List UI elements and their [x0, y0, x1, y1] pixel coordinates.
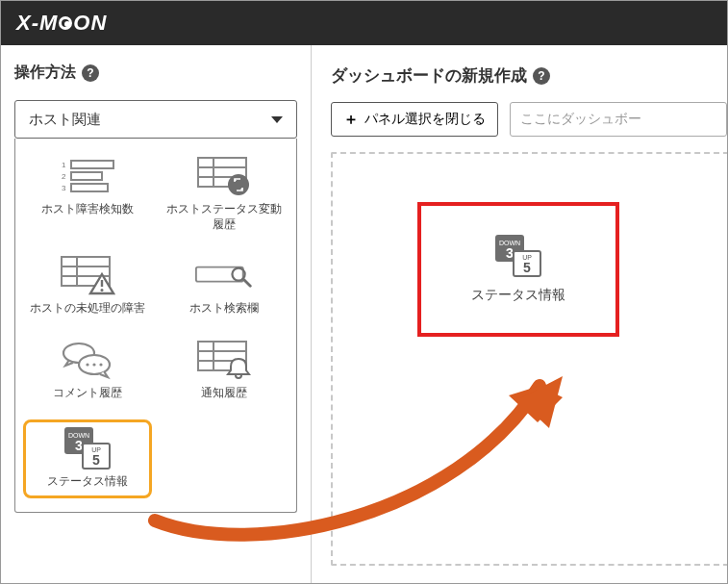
page-title: ダッシュボードの新規作成 ? [331, 64, 727, 87]
widget-label: ホストの未処理の障害 [30, 301, 145, 317]
widget-host-fault-count[interactable]: 1 2 3 ホスト障害検知数 [23, 152, 152, 236]
widget-host-unhandled[interactable]: ホストの未処理の障害 [23, 251, 152, 320]
svg-point-24 [99, 363, 102, 366]
table-swap-icon [194, 156, 254, 198]
widget-host-search[interactable]: ホスト検索欄 [160, 251, 289, 320]
widget-label: 通知履歴 [201, 386, 247, 401]
svg-text:3: 3 [62, 184, 66, 192]
svg-rect-5 [71, 184, 108, 191]
svg-point-22 [86, 363, 88, 366]
placeholder-text: ここにダッシュボー [520, 111, 641, 128]
svg-text:2: 2 [62, 172, 66, 181]
plus-icon: ＋ [343, 110, 359, 130]
widget-label: ステータス情報 [47, 474, 128, 490]
svg-text:1: 1 [62, 161, 66, 169]
widget-host-status-history[interactable]: ホストステータス変動履歴 [160, 152, 289, 236]
widget-label: ホスト検索欄 [189, 301, 259, 317]
svg-rect-3 [71, 161, 113, 168]
brand-logo: X-MON [16, 11, 107, 36]
status-cards-icon: DOWN3 UP5 [58, 428, 117, 470]
bars-numbered-icon: 1 2 3 [58, 156, 117, 198]
svg-line-19 [243, 279, 251, 287]
topbar: X-MON [1, 1, 727, 45]
help-icon[interactable]: ? [533, 67, 550, 85]
chevron-down-icon [271, 116, 283, 123]
sidebar-title: 操作方法 ? [14, 63, 297, 83]
widget-label: コメント履歴 [53, 386, 122, 401]
widget-label: ホストステータス変動履歴 [163, 202, 285, 232]
dropdown-label: ホスト関連 [29, 111, 101, 129]
dropped-widget-status-info[interactable]: DOWN3 UP5 ステータス情報 [417, 202, 619, 337]
svg-rect-4 [71, 172, 102, 180]
table-warning-icon [58, 255, 117, 297]
dashboard-name-input[interactable]: ここにダッシュボー [510, 102, 727, 137]
help-icon[interactable]: ? [82, 64, 99, 82]
category-dropdown[interactable]: ホスト関連 [14, 100, 297, 139]
svg-point-23 [92, 363, 95, 366]
widget-notify-history[interactable]: 通知履歴 [160, 336, 289, 405]
button-label: パネル選択を閉じる [364, 111, 486, 128]
svg-point-10 [228, 174, 249, 195]
widget-comment-history[interactable]: コメント履歴 [23, 336, 152, 405]
search-field-icon [194, 255, 254, 297]
widget-status-info[interactable]: DOWN3 UP5 ステータス情報 [23, 419, 152, 498]
dashboard-drop-area[interactable]: DOWN3 UP5 ステータス情報 [331, 152, 728, 566]
dropped-widget-label: ステータス情報 [471, 287, 565, 304]
close-panel-button[interactable]: ＋ パネル選択を閉じる [331, 102, 498, 137]
svg-point-16 [101, 289, 104, 292]
widget-label: ホスト障害検知数 [41, 202, 134, 217]
table-bell-icon [194, 340, 254, 382]
sidebar: 操作方法 ? ホスト関連 1 2 3 [1, 45, 312, 583]
widget-panel: 1 2 3 ホスト障害検知数 [14, 139, 297, 513]
main-area: ダッシュボードの新規作成 ? ＋ パネル選択を閉じる ここにダッシュボー DOW… [312, 45, 727, 583]
status-cards-icon: DOWN3 UP5 [491, 235, 545, 279]
chat-bubbles-icon [58, 340, 117, 382]
